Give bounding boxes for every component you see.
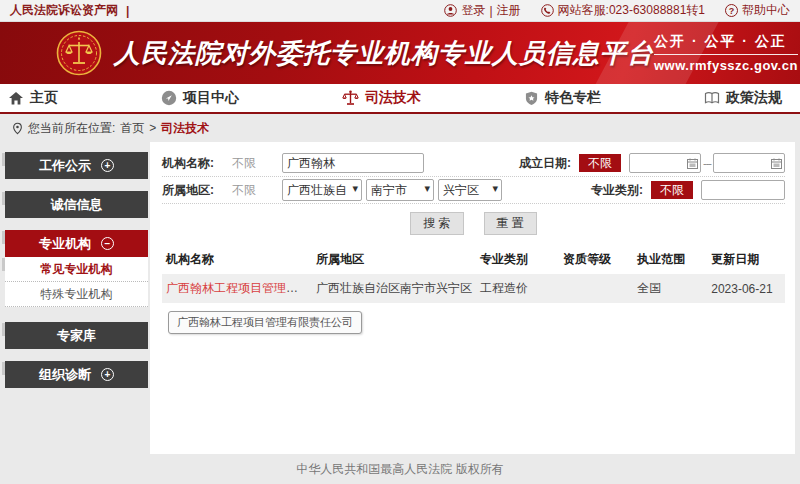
col-header-category: 专业类别 (476, 245, 559, 274)
founded-to-input[interactable] (713, 153, 785, 173)
founded-unlimited-button[interactable]: 不限 (579, 154, 621, 172)
footer: 中华人民共和国最高人民法院 版权所有 (0, 454, 800, 484)
hotline-group: 网站客服:023-63088881转1 (541, 2, 705, 19)
submenu-item-special-orgs[interactable]: 特殊专业机构 (5, 282, 148, 307)
phone-icon (541, 4, 554, 17)
top-utility-bar: 人民法院诉讼资产网 | 登录 | 注册 网站客服:023-63088881转1 (0, 0, 800, 22)
expand-icon: + (101, 159, 114, 172)
cell-scope: 全国 (633, 274, 707, 303)
founded-date-label: 成立日期: (513, 155, 571, 172)
platform-title: 人民法院对外委托专业机构专业人员信息平台 (114, 36, 654, 71)
breadcrumb-home[interactable]: 首页 (120, 120, 144, 137)
copyright-text: 中华人民共和国最高人民法院 版权所有 (296, 461, 503, 478)
sidebar-item-label: 诚信信息 (51, 196, 103, 214)
category-label: 专业类别: (585, 182, 643, 199)
sidebar-submenu: 常见专业机构 特殊专业机构 (5, 257, 148, 307)
breadcrumb-separator: > (149, 121, 156, 135)
scales-icon (342, 90, 359, 106)
location-pin-icon (12, 122, 23, 135)
primary-nav: 主页 项目中心 司法技术 (0, 84, 800, 114)
sidebar: 工作公示 + 诚信信息 专业机构 − 常见专业机构 (0, 142, 150, 454)
sidebar-item-professional-orgs[interactable]: 专业机构 − (5, 230, 148, 257)
city-select-wrap: 南宁市 (366, 179, 434, 201)
portal-site-name[interactable]: 人民法院诉讼资产网 (10, 2, 118, 19)
project-icon (161, 90, 177, 106)
login-group: 登录 | 注册 (444, 2, 520, 19)
table-row: 广西翰林工程项目管理有限责任... 广西壮族自治区南宁市兴宁区 工程造价 全国 … (162, 274, 785, 303)
province-select[interactable]: 广西壮族自治区 (282, 179, 362, 201)
results-table: 机构名称 所属地区 专业类别 资质等级 执业范围 更新日期 广西翰林工程项目管理… (162, 245, 785, 303)
nav-item-policies[interactable]: 政策法规 (704, 89, 782, 107)
cell-category: 工程造价 (476, 274, 559, 303)
sidebar-item-label: 专家库 (57, 327, 96, 345)
founded-from-wrap (629, 153, 701, 173)
col-header-grade: 资质等级 (559, 245, 633, 274)
form-actions: 搜 索 重 置 (162, 204, 785, 241)
sidebar-item-label: 专业机构 (39, 235, 91, 253)
cell-grade (559, 274, 633, 303)
nav-label: 特色专栏 (545, 89, 601, 107)
content-area: 工作公示 + 诚信信息 专业机构 − 常见专业机构 (0, 142, 800, 454)
category-input[interactable] (701, 180, 785, 200)
register-link[interactable]: 注册 (497, 2, 521, 19)
breadcrumb: 您当前所在位置: 首页 > 司法技术 (0, 114, 800, 142)
nav-item-featured-column[interactable]: 特色专栏 (524, 89, 601, 107)
site-banner: 人民法院对外委托专业机构专业人员信息平台 公开 · 公平 · 公正 www.rm… (0, 22, 800, 84)
hotline-text: 网站客服:023-63088881转1 (558, 2, 705, 19)
help-group: ? 帮助中心 (725, 2, 790, 19)
banner-website: www.rmfysszc.gov.cn (654, 55, 798, 73)
category-unlimited-button[interactable]: 不限 (651, 181, 693, 199)
nav-label: 项目中心 (183, 89, 239, 107)
sidebar-item-expert-pool[interactable]: 专家库 (5, 322, 148, 349)
submenu-item-common-orgs[interactable]: 常见专业机构 (5, 257, 148, 282)
district-select[interactable]: 兴宁区 (438, 179, 502, 201)
nav-item-project-center[interactable]: 项目中心 (161, 89, 239, 107)
main-panel: 机构名称: 不限 成立日期: 不限 (150, 142, 795, 454)
org-name-unlimited[interactable]: 不限 (232, 155, 282, 172)
org-name-tooltip: 广西翰林工程项目管理有限责任公司 (168, 311, 362, 334)
sidebar-item-label: 工作公示 (39, 157, 91, 175)
submenu-item-label: 常见专业机构 (41, 261, 113, 278)
date-range-separator: --- (703, 157, 711, 169)
nav-label: 主页 (30, 89, 58, 107)
cell-updated: 2023-06-21 (707, 274, 785, 303)
search-button[interactable]: 搜 索 (410, 212, 463, 235)
nav-label: 司法技术 (365, 89, 421, 107)
court-emblem-logo (56, 30, 102, 76)
founded-from-input[interactable] (629, 153, 701, 173)
region-unlimited[interactable]: 不限 (232, 182, 282, 199)
book-icon (704, 91, 720, 105)
login-link[interactable]: 登录 (461, 2, 485, 19)
nav-item-home[interactable]: 主页 (8, 89, 58, 107)
login-register-divider: | (489, 4, 492, 18)
form-row-org-name: 机构名称: 不限 成立日期: 不限 (162, 150, 785, 177)
founded-to-wrap (713, 153, 785, 173)
nav-label: 政策法规 (726, 89, 782, 107)
cell-region: 广西壮族自治区南宁市兴宁区 (312, 274, 476, 303)
badge-icon (524, 91, 539, 106)
sidebar-item-work-publicity[interactable]: 工作公示 + (5, 152, 148, 179)
province-select-wrap: 广西壮族自治区 (282, 179, 362, 201)
col-header-org-name: 机构名称 (162, 245, 312, 274)
sidebar-item-org-diagnosis[interactable]: 组织诊断 + (5, 361, 148, 388)
reset-button[interactable]: 重 置 (484, 212, 537, 235)
help-link[interactable]: 帮助中心 (742, 2, 790, 19)
org-name-link[interactable]: 广西翰林工程项目管理有限责任... (166, 281, 312, 295)
page: 人民法院诉讼资产网 | 登录 | 注册 网站客服:023-63088881转1 (0, 0, 800, 484)
col-header-updated: 更新日期 (707, 245, 785, 274)
breadcrumb-current[interactable]: 司法技术 (161, 120, 209, 137)
expand-icon: + (101, 368, 114, 381)
city-select[interactable]: 南宁市 (366, 179, 434, 201)
col-header-scope: 执业范围 (633, 245, 707, 274)
breadcrumb-prefix: 您当前所在位置: (28, 120, 115, 137)
user-icon (444, 4, 457, 17)
sidebar-item-integrity-info[interactable]: 诚信信息 (5, 191, 148, 218)
submenu-item-label: 特殊专业机构 (41, 286, 113, 303)
org-name-input[interactable] (282, 153, 424, 173)
org-name-label: 机构名称: (162, 155, 224, 172)
home-icon (8, 91, 24, 106)
topbar-divider: | (126, 4, 129, 18)
help-icon: ? (725, 4, 738, 17)
region-label: 所属地区: (162, 182, 224, 199)
nav-item-judicial-tech[interactable]: 司法技术 (342, 89, 421, 107)
